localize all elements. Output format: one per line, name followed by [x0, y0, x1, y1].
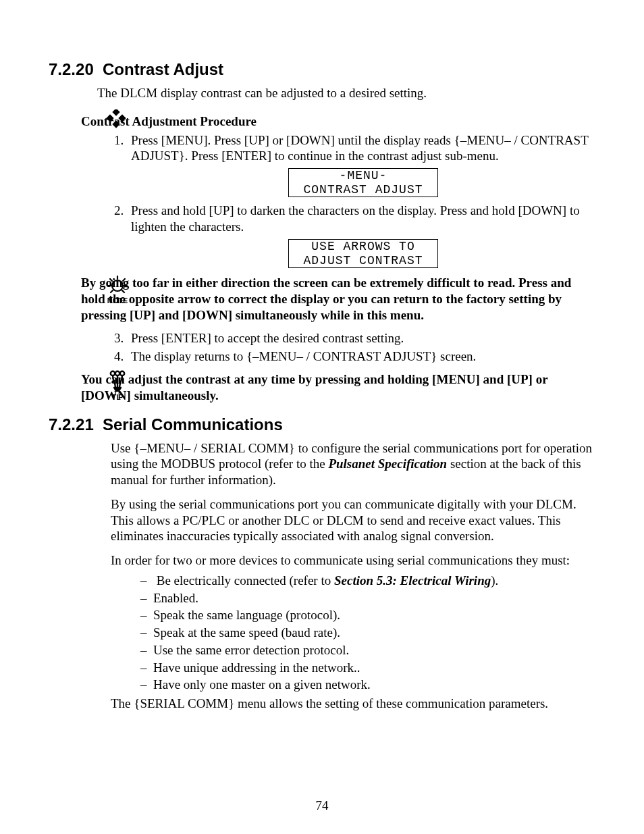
svg-rect-3 — [112, 120, 119, 128]
tip-icon: TIP — [101, 370, 134, 402]
paragraph: By using the serial communications port … — [111, 496, 595, 544]
procedure-heading: Contrast Adjustment Procedure — [81, 113, 595, 130]
heading-serial-communications: 7.2.21Serial Communications — [49, 415, 595, 435]
step-4: The display returns to {–MENU– / CONTRAS… — [127, 348, 595, 365]
list-item: Have only one master on a given network. — [140, 677, 595, 693]
cross-ref: Pulsanet Specification — [328, 457, 447, 471]
steps-list: Press [MENU]. Press [UP] or [DOWN] until… — [97, 132, 595, 269]
requirements-list: Be electrically connected (refer to Sect… — [111, 573, 595, 693]
heading-contrast-adjust: 7.2.20Contrast Adjust — [49, 59, 595, 80]
svg-rect-1 — [106, 114, 113, 122]
paragraph: Use {–MENU– / SERIAL COMM} to configure … — [111, 440, 595, 488]
lcd-display-2: USE ARROWS TO ADJUST CONTRAST — [288, 239, 438, 268]
note-icon: NOTE — [101, 275, 134, 306]
step-1: Press [MENU]. Press [UP] or [DOWN] until… — [127, 132, 595, 198]
procedure-body-continued: Press [ENTER] to accept the desired cont… — [97, 330, 595, 365]
paragraph: In order for two or more devices to comm… — [111, 552, 595, 569]
svg-line-11 — [122, 290, 124, 292]
tip-block: TIP You can adjust the contrast at any t… — [49, 371, 595, 404]
section-body: The DLCM display contrast can be adjuste… — [97, 85, 595, 101]
paragraph: The {SERIAL COMM} menu allows the settin… — [111, 696, 595, 712]
lcd-display-1: -MENU- CONTRAST ADJUST — [288, 168, 438, 197]
tip-label: TIP — [111, 393, 123, 401]
heading-title: Serial Communications — [103, 415, 283, 434]
list-item: Have unique addressing in the network.. — [140, 660, 595, 676]
list-item: Be electrically connected (refer to Sect… — [140, 573, 595, 589]
diamond-icon — [101, 109, 134, 132]
tip-text: You can adjust the contrast at any time … — [81, 371, 595, 404]
section-body: Use {–MENU– / SERIAL COMM} to configure … — [111, 440, 595, 712]
list-item: Speak the same language (protocol). — [140, 607, 595, 623]
step-3: Press [ENTER] to accept the desired cont… — [127, 330, 595, 346]
heading-title: Contrast Adjust — [103, 60, 223, 78]
document-page: 7.2.20Contrast Adjust The DLCM display c… — [0, 0, 644, 834]
page-number: 74 — [0, 798, 644, 814]
intro-paragraph: The DLCM display contrast can be adjuste… — [97, 85, 595, 101]
svg-line-6 — [110, 279, 112, 281]
procedure-block: Contrast Adjustment Procedure — [49, 113, 595, 130]
note-text: By going too far in either direction the… — [81, 275, 595, 323]
heading-number: 7.2.21 — [49, 415, 103, 435]
svg-rect-2 — [118, 114, 126, 122]
list-item: Speak at the same speed (baud rate). — [140, 625, 595, 641]
cross-ref: Section 5.3: Electrical Wiring — [334, 573, 491, 588]
svg-line-7 — [123, 279, 125, 281]
svg-point-4 — [112, 280, 123, 291]
steps-list-continued: Press [ENTER] to accept the desired cont… — [97, 330, 595, 365]
procedure-body: Press [MENU]. Press [UP] or [DOWN] until… — [97, 132, 595, 269]
svg-rect-0 — [112, 109, 119, 116]
note-block: NOTE By going too far in either directio… — [49, 275, 595, 323]
list-item: Enabled. — [140, 590, 595, 606]
step-2: Press and hold [UP] to darken the charac… — [127, 203, 595, 268]
list-item: Use the same error detection protocol. — [140, 642, 595, 658]
svg-line-10 — [111, 290, 113, 292]
heading-number: 7.2.20 — [49, 59, 103, 80]
note-label: NOTE — [107, 296, 128, 305]
